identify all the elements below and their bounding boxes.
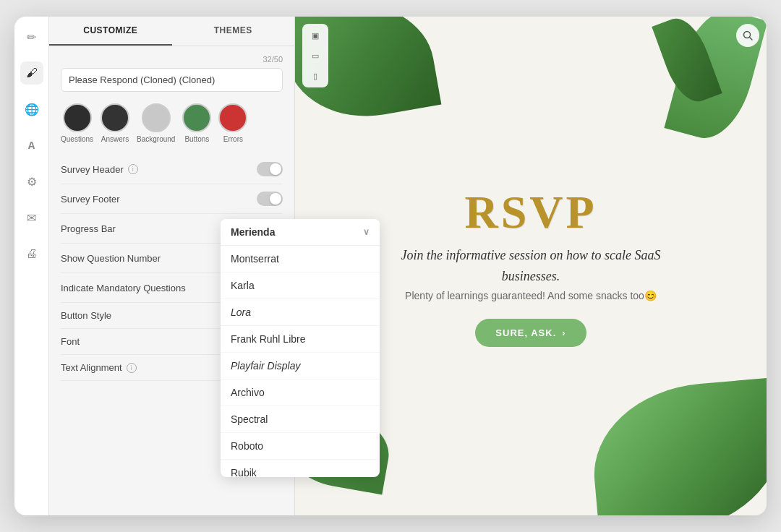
- questions-label: Questions: [61, 135, 93, 143]
- font-option-karla[interactable]: Karla: [221, 273, 380, 299]
- tab-themes[interactable]: THEMES: [172, 17, 295, 46]
- font-dropdown-list: Montserrat Karla Lora Frank Ruhl Libre P…: [221, 246, 380, 477]
- rsvp-subtitle-line1: Join the informative session on how to s…: [401, 248, 661, 263]
- swatch-buttons: Buttons: [182, 103, 211, 143]
- rsvp-note: Plenty of learnings guaranteed! And some…: [401, 290, 661, 301]
- answers-color-swatch[interactable]: [101, 103, 129, 132]
- font-option-frank-ruhl-libre[interactable]: Frank Ruhl Libre: [221, 326, 380, 353]
- sidebar-item-edit[interactable]: ✏: [20, 25, 43, 48]
- rsvp-content: RSVP Join the informative session on how…: [387, 171, 675, 361]
- font-option-rubik[interactable]: Rubik: [221, 460, 380, 477]
- rsvp-subtitle-line2: businesses.: [401, 269, 661, 284]
- rsvp-cta-button[interactable]: SURE, ASK. ›: [475, 319, 586, 347]
- sidebar-item-mail[interactable]: ✉: [20, 206, 43, 229]
- swatch-background: Background: [137, 103, 175, 143]
- color-swatches: Questions Answers Background Buttons Err…: [61, 103, 283, 143]
- app-container: ✏ 🖌 🌐 A ⚙ ✉ 🖨 CUSTOMIZE THEMES 32/50 Que…: [14, 17, 767, 515]
- show-question-number-label: Show Question Number: [61, 253, 161, 264]
- font-label: Font: [61, 336, 80, 347]
- setting-survey-header: Survey Header i: [61, 155, 283, 184]
- survey-footer-toggle[interactable]: [257, 192, 283, 206]
- rsvp-title: RSVP: [401, 186, 661, 239]
- errors-color-swatch[interactable]: [218, 103, 247, 132]
- survey-footer-label: Survey Footer: [61, 194, 120, 205]
- font-dropdown-selected: Merienda: [231, 226, 275, 238]
- survey-header-info-icon: i: [128, 164, 138, 174]
- sidebar-item-settings[interactable]: ⚙: [20, 170, 43, 193]
- font-dropdown: Merienda ∨ Montserrat Karla Lora Frank R…: [221, 219, 380, 477]
- font-option-lora[interactable]: Lora: [221, 299, 380, 326]
- background-label: Background: [137, 135, 175, 143]
- swatch-errors: Errors: [218, 103, 247, 143]
- swatch-answers: Answers: [101, 103, 129, 143]
- questions-color-swatch[interactable]: [63, 103, 92, 132]
- font-option-spectral[interactable]: Spectral: [221, 406, 380, 433]
- rsvp-button-arrow-icon: ›: [562, 327, 566, 338]
- errors-label: Errors: [223, 135, 243, 143]
- background-color-swatch[interactable]: [142, 103, 171, 132]
- char-count: 32/50: [61, 55, 283, 64]
- tab-customize[interactable]: CUSTOMIZE: [49, 17, 172, 46]
- font-option-playfair-display[interactable]: Playfair Display: [221, 353, 380, 379]
- progress-bar-label: Progress Bar: [61, 223, 116, 234]
- sidebar-item-paint[interactable]: 🖌: [20, 61, 43, 85]
- sidebar-item-text[interactable]: A: [20, 134, 43, 157]
- form-name-input[interactable]: [61, 68, 283, 92]
- panel-tabs: CUSTOMIZE THEMES: [49, 17, 294, 46]
- sidebar-item-print[interactable]: 🖨: [20, 242, 43, 265]
- button-style-label: Button Style: [61, 310, 111, 321]
- buttons-label: Buttons: [184, 135, 209, 143]
- font-option-archivo[interactable]: Archivo: [221, 379, 380, 406]
- font-dropdown-chevron-icon[interactable]: ∨: [363, 227, 370, 237]
- swatch-questions: Questions: [61, 103, 93, 143]
- buttons-color-swatch[interactable]: [182, 103, 211, 132]
- icon-sidebar: ✏ 🖌 🌐 A ⚙ ✉ 🖨: [14, 17, 49, 515]
- font-dropdown-header: Merienda ∨: [221, 219, 380, 246]
- setting-survey-footer: Survey Footer: [61, 184, 283, 214]
- text-alignment-label: Text Alignment i: [61, 362, 137, 373]
- text-alignment-info-icon: i: [127, 363, 137, 373]
- font-option-roboto[interactable]: Roboto: [221, 433, 380, 460]
- survey-header-toggle[interactable]: [257, 162, 283, 176]
- rsvp-button-label: SURE, ASK.: [495, 327, 556, 338]
- indicate-mandatory-label: Indicate Mandatory Questions: [61, 283, 186, 293]
- sidebar-item-globe[interactable]: 🌐: [20, 98, 43, 121]
- font-option-montserrat[interactable]: Montserrat: [221, 246, 380, 273]
- survey-header-label: Survey Header i: [61, 164, 138, 175]
- answers-label: Answers: [101, 135, 129, 143]
